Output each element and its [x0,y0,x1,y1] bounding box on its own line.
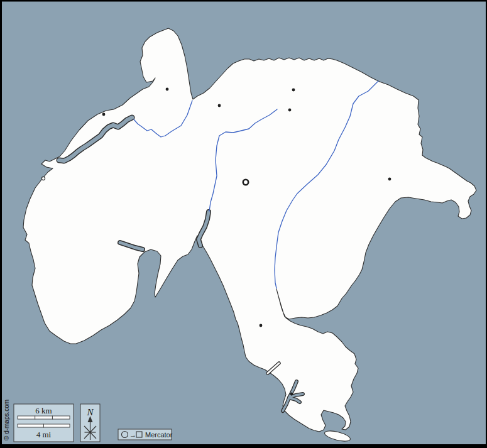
city-dot [260,324,263,327]
city-dot [102,113,106,116]
frame-bottom [0,444,487,448]
city-dot [290,393,293,396]
projection-arrow: → [129,431,136,439]
scale-km-segment [35,416,53,419]
scale-km-segment [52,416,70,419]
scale-mi-label: 4 mi [36,430,52,439]
north-indicator: N [80,404,100,442]
small-island-northwest [41,177,45,180]
city-dot [166,88,169,91]
city-dot [292,89,295,92]
scale-mi-segment [18,424,44,427]
city-dot [288,109,292,112]
city-dot [388,178,391,181]
frame-top [0,0,487,2]
scale-km-label: 6 km [35,406,52,415]
projection-legend: → Mercator [118,429,173,440]
copyright-text: © d-maps.com [3,400,10,440]
north-label: N [86,407,94,417]
map-canvas: 6 km 4 mi N → Mercator © d-maps.com [0,0,487,448]
city-dot [218,104,221,107]
scale-mi-segment [44,424,70,427]
frame-left [0,0,2,448]
map-screenshot: 6 km 4 mi N → Mercator © d-maps.com [0,0,487,448]
scale-bar: 6 km 4 mi [14,404,74,442]
projection-label: Mercator [145,431,173,439]
scale-km-segment [18,416,35,419]
capital-marker [243,180,248,185]
